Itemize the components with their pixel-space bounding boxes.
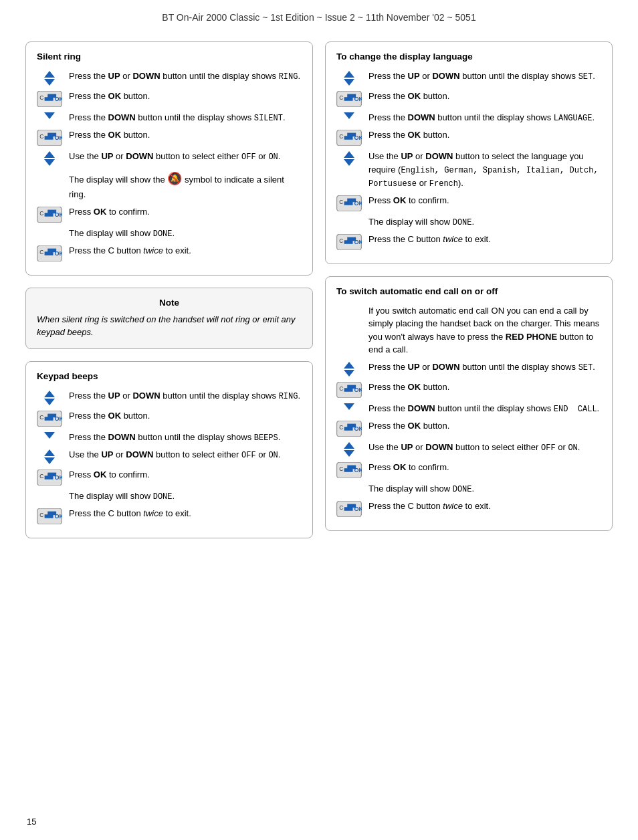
lang-step-4: Press the OK button. [336,128,601,146]
keypad-beeps-title: Keypad beeps [37,371,302,381]
aec-step-6: Press OK to confirm. [336,461,601,478]
change-language-title: To change the display language [336,51,601,62]
lang-updown-1 [336,71,362,86]
lang-step-2: Press the OK button. [336,90,601,107]
aec-updown-2 [336,442,362,457]
kb-down-1 [37,432,62,439]
aec-updown-1 [336,362,362,377]
lang-step-7: The display will show DONE. [336,215,601,229]
aec-text-6: Press OK to confirm. [368,461,601,474]
aec-text-5: Use the UP or DOWN button to select eith… [368,441,601,454]
lang-step-5: Use the UP or DOWN button to select the … [336,150,601,190]
lang-ok-4 [336,234,362,250]
lang-text-3: Press the DOWN button until the display … [368,111,601,124]
note-title: Note [37,298,302,308]
page-header: BT On-Air 2000 Classic ~ 1st Edition ~ I… [0,0,638,29]
lang-down-1 [336,112,362,119]
auto-end-call-title: To switch automatic end call on or off [336,286,601,296]
keypad-step-6: The display will show DONE. [37,490,302,503]
silent-ring-text-6: The display will show the 🔕 symbol to in… [69,170,302,201]
silent-ring-step-8: The display will show DONE. [37,227,302,240]
auto-end-call-intro-text: If you switch automatic end call ON you … [368,304,601,356]
change-language-box: To change the display language Press the… [325,41,613,264]
silent-ring-text-4: Press the OK button. [69,128,302,142]
silent-ring-step-9: Press the C button twice to exit. [37,244,302,261]
keypad-step-2: Press the OK button. [37,409,302,427]
keypad-step-3: Press the DOWN button until the display … [37,431,302,444]
keypad-text-3: Press the DOWN button until the display … [69,431,302,444]
aec-step-8: Press the C button twice to exit. [336,500,601,517]
aec-step-7: The display will show DONE. [336,482,601,496]
silent-ring-text-1: Press the UP or DOWN button until the di… [69,70,302,83]
lang-step-3: Press the DOWN button until the display … [336,111,601,124]
keypad-step-4: Use the UP or DOWN button to select eith… [37,448,302,464]
lang-ok-1 [336,91,362,107]
silent-ring-step-7: Press OK to confirm. [37,205,302,223]
lang-text-2: Press the OK button. [368,90,601,103]
keypad-step-1: Press the UP or DOWN button until the di… [37,389,302,405]
silent-ring-step-1: Press the UP or DOWN button until the di… [37,70,302,86]
lang-text-4: Press the OK button. [368,128,601,142]
right-column: To change the display language Press the… [325,41,613,538]
aec-text-7: The display will show DONE. [368,482,601,496]
silent-ring-step-2: Press the OK button. [37,90,302,107]
keypad-text-2: Press the OK button. [69,409,302,423]
aec-step-5: Use the UP or DOWN button to select eith… [336,441,601,457]
silent-ring-step-5: Use the UP or DOWN button to select eith… [37,150,302,166]
aec-down-1 [336,403,362,410]
auto-end-call-box: To switch automatic end call on or off I… [325,276,613,531]
page-wrapper: BT On-Air 2000 Classic ~ 1st Edition ~ I… [0,0,638,565]
lang-ok-3 [336,195,362,211]
silent-ring-step-3: Press the DOWN button until the display … [37,111,302,124]
kb-updown-1 [37,391,62,405]
note-box: Note When silent ring is switched on the… [25,288,313,349]
aec-step-4: Press the OK button. [336,419,601,437]
silent-ring-box: Silent ring Press the UP or DOWN button … [25,41,313,276]
up-down-icon-1 [37,71,62,86]
auto-end-call-intro: If you switch automatic end call ON you … [336,304,601,356]
aec-text-4: Press the OK button. [368,419,601,433]
aec-text-2: Press the OK button. [368,381,601,394]
aec-step-1: Press the UP or DOWN button until the di… [336,360,601,377]
up-down-icon-2 [37,151,62,166]
keypad-step-7: Press the C button twice to exit. [37,507,302,524]
lang-text-1: Press the UP or DOWN button until the di… [368,70,601,83]
aec-ok-2 [336,421,362,437]
silent-ring-text-8: The display will show DONE. [69,227,302,240]
keypad-step-5: Press OK to confirm. [37,468,302,486]
silent-ring-text-9: Press the C button twice to exit. [69,244,302,257]
lang-text-5: Use the UP or DOWN button to select the … [368,150,601,190]
aec-ok-4 [336,501,362,517]
kb-ok-1 [37,411,62,427]
aec-step-3: Press the DOWN button until the display … [336,402,601,415]
keypad-text-7: Press the C button twice to exit. [69,507,302,520]
lang-text-7: The display will show DONE. [368,215,601,229]
note-text: When silent ring is switched on the hand… [37,313,302,339]
lang-text-8: Press the C button twice to exit. [368,233,601,246]
lang-step-6: Press OK to confirm. [336,194,601,211]
aec-ok-3 [336,462,362,478]
lang-step-8: Press the C button twice to exit. [336,233,601,250]
kb-ok-2 [37,469,62,486]
aec-text-1: Press the UP or DOWN button until the di… [368,360,601,374]
aec-text-3: Press the DOWN button until the display … [368,402,601,415]
kb-updown-2 [37,449,62,464]
aec-step-2: Press the OK button. [336,381,601,398]
aec-ok-1 [336,382,362,398]
keypad-text-1: Press the UP or DOWN button until the di… [69,389,302,403]
lang-updown-2 [336,151,362,166]
kb-ok-3 [37,508,62,524]
left-column: Silent ring Press the UP or DOWN button … [25,41,313,538]
ok-icon-3 [37,207,62,223]
silent-ring-step-6: The display will show the 🔕 symbol to in… [37,170,302,201]
silent-ring-title: Silent ring [37,51,302,62]
header-title: BT On-Air 2000 Classic ~ 1st Edition ~ I… [162,12,475,23]
lang-ok-2 [336,130,362,146]
lang-step-1: Press the UP or DOWN button until the di… [336,70,601,86]
silent-ring-text-5: Use the UP or DOWN button to select eith… [69,150,302,163]
silent-ring-text-7: Press OK to confirm. [69,205,302,219]
page-number: 15 [27,817,36,827]
keypad-text-4: Use the UP or DOWN button to select eith… [69,448,302,461]
down-icon-1 [37,112,62,119]
ok-icon-2 [37,130,62,146]
